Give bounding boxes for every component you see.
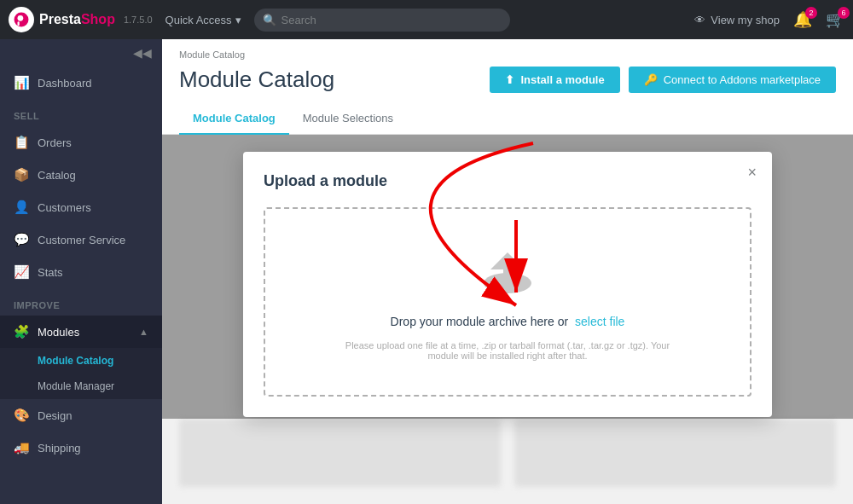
sidebar-customers-label: Customers [38,201,91,214]
brand-logo-area: PrestaShop 1.7.5.0 [9,7,153,32]
sidebar: ◀◀ 📊 Dashboard SELL 📋 Orders 📦 Catalog 👤… [0,39,162,504]
modules-icon: 🧩 [14,324,29,339]
svg-rect-2 [18,21,20,26]
key-icon: 🔑 [644,73,658,86]
navbar: PrestaShop 1.7.5.0 Quick Access ▾ 🔍 👁 Vi… [0,0,853,39]
navbar-right: 👁 View my shop 🔔 2 🛒 6 [694,10,844,29]
modal-overlay: Upload a module × Drop your [162,135,853,419]
svg-rect-8 [501,259,514,266]
notifications-btn[interactable]: 🔔 2 [793,10,812,29]
catalog-icon: 📦 [14,167,29,182]
eye-icon: 👁 [694,14,705,26]
customer-service-icon: 💬 [14,232,29,247]
sidebar-shipping-label: Shipping [38,442,81,455]
sidebar-item-customers[interactable]: 👤 Customers [0,191,162,223]
sidebar-modules-label: Modules [38,326,79,339]
sidebar-collapse-btn[interactable]: ◀◀ [0,39,162,67]
sidebar-item-catalog[interactable]: 📦 Catalog [0,159,162,191]
customers-icon: 👤 [14,200,29,215]
sidebar-subitem-module-manager[interactable]: Module Manager [0,374,162,399]
upload-modal: Upload a module × Drop your [243,152,772,417]
sidebar-dashboard-label: Dashboard [38,77,92,90]
svg-point-1 [18,15,24,21]
modules-chevron: ▲ [139,327,148,337]
sidebar-item-stats[interactable]: 📈 Stats [0,256,162,288]
design-icon: 🎨 [14,408,29,423]
modal-title: Upload a module [264,172,751,190]
sidebar-orders-label: Orders [38,136,72,149]
install-module-label: Install a module [520,73,604,86]
sidebar-item-shipping[interactable]: 🚚 Shipping [0,432,162,464]
breadcrumb: Module Catalog [179,49,836,60]
sidebar-modules-sub: Module Catalog Module Manager [0,348,162,399]
sidebar-item-modules-parent[interactable]: 🧩 Modules ▲ [0,316,162,348]
upload-cloud-icon [478,243,537,303]
quick-access-label: Quick Access [165,14,232,26]
quick-access-menu[interactable]: Quick Access ▾ [165,14,241,26]
sidebar-customer-service-label: Customer Service [38,234,125,246]
upload-dropzone[interactable]: Drop your module archive here or select … [264,207,751,397]
search-icon: 🔍 [263,14,276,26]
orders-icon: 📋 [14,135,29,150]
brand-version: 1.7.5.0 [124,14,153,25]
sidebar-item-customer-service[interactable]: 💬 Customer Service [0,223,162,256]
page-title-row: Module Catalog ⬆ Install a module 🔑 Conn… [179,67,836,103]
brand-logo [9,7,34,32]
content-header: Module Catalog Module Catalog ⬆ Install … [162,39,853,135]
cart-btn[interactable]: 🛒 6 [826,10,844,29]
view-my-shop-link[interactable]: 👁 View my shop [694,14,780,26]
notifications-badge: 2 [805,7,817,19]
connect-addons-button[interactable]: 🔑 Connect to Addons marketplace [629,67,836,93]
search-bar: 🔍 [254,9,510,32]
sidebar-item-orders[interactable]: 📋 Orders [0,126,162,159]
content-area: Module Catalog Module Catalog ⬆ Install … [162,39,853,504]
tab-module-selections[interactable]: Module Selections [289,103,407,135]
upload-hint-text: Please upload one file at a time, .zip o… [337,340,678,361]
content-body: Upload a module × Drop your [162,135,853,419]
content-tabs: Module Catalog Module Selections [179,103,836,134]
modal-close-button[interactable]: × [747,164,757,182]
blurred-card-2 [514,419,836,487]
sidebar-item-dashboard[interactable]: 📊 Dashboard [0,67,162,99]
brand-name: PrestaShop [39,12,115,27]
page-title: Module Catalog [179,67,334,93]
header-actions: ⬆ Install a module 🔑 Connect to Addons m… [490,67,836,93]
sidebar-item-design[interactable]: 🎨 Design [0,399,162,432]
sidebar-stats-label: Stats [38,266,63,279]
upload-drop-text: Drop your module archive here or select … [391,315,625,328]
sidebar-catalog-label: Catalog [38,169,76,182]
select-file-link[interactable]: select file [575,315,624,328]
shipping-icon: 🚚 [14,440,29,455]
improve-section-label: IMPROVE [0,288,162,316]
main-layout: ◀◀ 📊 Dashboard SELL 📋 Orders 📦 Catalog 👤… [0,39,853,504]
sidebar-design-label: Design [38,409,72,422]
blurred-card-1 [179,419,501,487]
addons-label: Connect to Addons marketplace [664,73,821,86]
stats-icon: 📈 [14,264,29,280]
upload-icon: ⬆ [505,73,514,86]
tab-module-catalog[interactable]: Module Catalog [179,103,289,135]
bottom-cards-area [162,419,853,504]
sidebar-subitem-module-catalog[interactable]: Module Catalog [0,348,162,374]
install-module-button[interactable]: ⬆ Install a module [490,67,619,93]
search-input[interactable] [254,9,510,32]
view-my-shop-label: View my shop [711,14,780,26]
cart-badge: 6 [838,7,850,19]
quick-access-chevron: ▾ [235,14,241,26]
dashboard-icon: 📊 [14,75,29,90]
sell-section-label: SELL [0,99,162,126]
